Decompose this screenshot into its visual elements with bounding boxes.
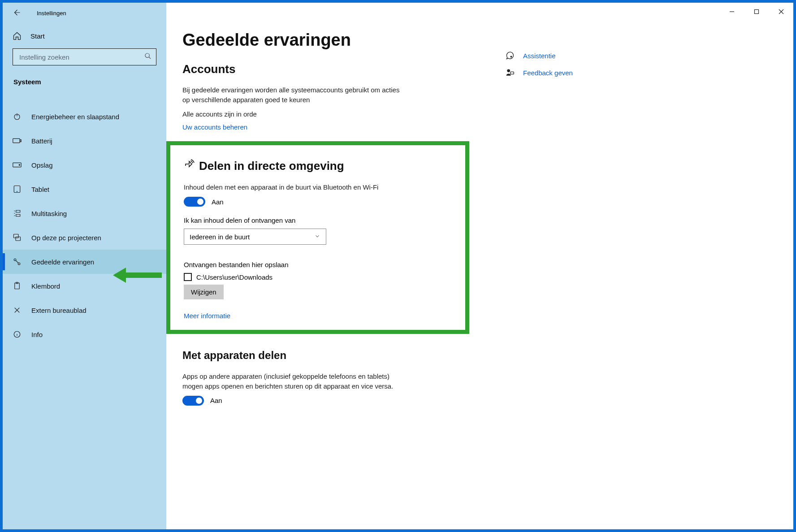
svg-rect-17 xyxy=(510,72,514,74)
chevron-down-icon xyxy=(314,233,320,241)
maximize-button[interactable] xyxy=(744,3,769,21)
svg-point-5 xyxy=(19,164,20,165)
info-icon xyxy=(13,330,22,338)
help-icon xyxy=(505,51,515,60)
nearby-desc: Inhoud delen met een apparaat in de buur… xyxy=(184,182,408,192)
sidebar-item-label: Op deze pc projecteren xyxy=(31,234,101,242)
sidebar-item-label: Klembord xyxy=(31,282,60,290)
across-heading: Met apparaten delen xyxy=(182,349,460,362)
sidebar-item-truncated[interactable]: ⠀ xyxy=(3,90,166,104)
sidebar-item-label: Info xyxy=(31,331,43,338)
svg-rect-2 xyxy=(13,138,20,143)
sidebar-item-info[interactable]: Info xyxy=(3,322,166,346)
nearby-heading: Delen in directe omgeving xyxy=(184,159,452,173)
sidebar-home[interactable]: Start xyxy=(3,23,166,47)
sidebar-item-label: Batterij xyxy=(31,137,52,145)
nearby-sharing-panel: Delen in directe omgeving Inhoud delen m… xyxy=(166,141,469,334)
across-toggle[interactable] xyxy=(182,396,204,406)
feedback-link[interactable]: Feedback geven xyxy=(505,68,622,77)
svg-point-0 xyxy=(145,53,149,57)
save-to-path-row: C:\Users\user\Downloads xyxy=(184,273,452,281)
power-icon xyxy=(13,112,22,121)
close-button[interactable] xyxy=(769,3,793,21)
help-column: Assistentie Feedback geven xyxy=(505,30,622,85)
nearby-heading-text: Delen in directe omgeving xyxy=(199,159,344,173)
sidebar-item-remote[interactable]: Extern bureaublad xyxy=(3,298,166,322)
save-to-label: Ontvangen bestanden hier opslaan xyxy=(184,261,452,268)
sidebar-section-label: Systeem xyxy=(3,69,166,90)
remote-icon xyxy=(13,306,22,314)
sidebar-nav: ⠀ Energiebeheer en slaapstand Batterij O… xyxy=(3,90,166,529)
accounts-heading: Accounts xyxy=(182,62,460,76)
nearby-share-icon xyxy=(184,159,195,173)
manage-accounts-link[interactable]: Uw accounts beheren xyxy=(182,123,247,131)
sidebar-item-label: Energiebeheer en slaapstand xyxy=(31,113,119,121)
settings-window: Instellingen Start Systeem ⠀ E xyxy=(3,3,793,529)
search-container xyxy=(3,47,166,69)
sidebar-item-label: Gedeelde ervaringen xyxy=(31,258,94,266)
nearby-toggle-state: Aan xyxy=(212,198,224,206)
folder-icon xyxy=(184,273,192,281)
clipboard-icon xyxy=(13,282,22,290)
sidebar-header: Instellingen xyxy=(3,3,166,23)
sidebar-item-label: Multitasking xyxy=(31,210,67,217)
across-desc: Apps op andere apparaten (inclusief geko… xyxy=(182,372,407,391)
help-link[interactable]: Assistentie xyxy=(505,51,622,60)
across-toggle-row: Aan xyxy=(182,396,460,406)
accounts-ok: Alle accounts zijn in orde xyxy=(182,109,407,119)
nearby-toggle[interactable] xyxy=(184,197,205,207)
shared-icon xyxy=(13,258,22,266)
sidebar-item-storage[interactable]: Opslag xyxy=(3,153,166,177)
nearby-more-info-link[interactable]: Meer informatie xyxy=(184,312,230,320)
search-icon xyxy=(144,52,151,61)
sidebar-item-shared[interactable]: Gedeelde ervaringen xyxy=(3,250,166,274)
sidebar-item-multitasking[interactable]: Multitasking xyxy=(3,201,166,225)
battery-icon xyxy=(13,138,22,144)
sidebar-item-tablet[interactable]: Tablet xyxy=(3,177,166,201)
share-from-label: Ik kan inhoud delen of ontvangen van xyxy=(184,216,452,224)
sidebar-item-label: Opslag xyxy=(31,161,53,169)
sidebar-item-power[interactable]: Energiebeheer en slaapstand xyxy=(3,104,166,129)
sidebar-item-battery[interactable]: Batterij xyxy=(3,129,166,153)
help-text: Assistentie xyxy=(523,52,556,60)
share-from-select[interactable]: Iedereen in de buurt xyxy=(184,229,326,245)
feedback-icon xyxy=(505,68,515,77)
sidebar-item-label: Extern bureaublad xyxy=(31,307,87,314)
sidebar-item-project[interactable]: Op deze pc projecteren xyxy=(3,225,166,250)
svg-point-16 xyxy=(507,69,510,73)
search-input-wrap[interactable] xyxy=(13,48,156,65)
titlebar-controls xyxy=(719,3,793,21)
share-from-value: Iedereen in de buurt xyxy=(190,233,250,241)
back-icon[interactable] xyxy=(13,9,21,18)
change-path-button[interactable]: Wijzigen xyxy=(184,285,224,299)
sidebar-home-label: Start xyxy=(30,32,45,40)
svg-rect-8 xyxy=(16,237,21,241)
storage-icon xyxy=(13,162,22,168)
accounts-desc: Bij gedeelde ervaringen worden alle syst… xyxy=(182,85,407,105)
sidebar-item-label: Tablet xyxy=(31,186,49,193)
search-input[interactable] xyxy=(19,53,141,61)
feedback-text: Feedback geven xyxy=(523,69,573,77)
minimize-button[interactable] xyxy=(719,3,744,21)
svg-rect-3 xyxy=(20,140,21,142)
across-toggle-state: Aan xyxy=(210,397,222,404)
svg-rect-14 xyxy=(754,10,758,14)
window-title: Instellingen xyxy=(37,10,66,17)
main-content: Gedeelde ervaringen Accounts Bij gedeeld… xyxy=(166,3,793,529)
home-icon xyxy=(13,31,22,40)
page-title: Gedeelde ervaringen xyxy=(182,30,460,50)
nearby-toggle-row: Aan xyxy=(184,197,452,207)
sidebar-item-clipboard[interactable]: Klembord xyxy=(3,274,166,298)
multitask-icon xyxy=(13,209,22,217)
sidebar: Instellingen Start Systeem ⠀ E xyxy=(3,3,166,529)
project-icon xyxy=(13,234,22,242)
svg-point-15 xyxy=(510,56,512,57)
svg-rect-7 xyxy=(14,234,19,238)
save-to-path: C:\Users\user\Downloads xyxy=(196,273,273,281)
tablet-icon xyxy=(13,185,22,193)
